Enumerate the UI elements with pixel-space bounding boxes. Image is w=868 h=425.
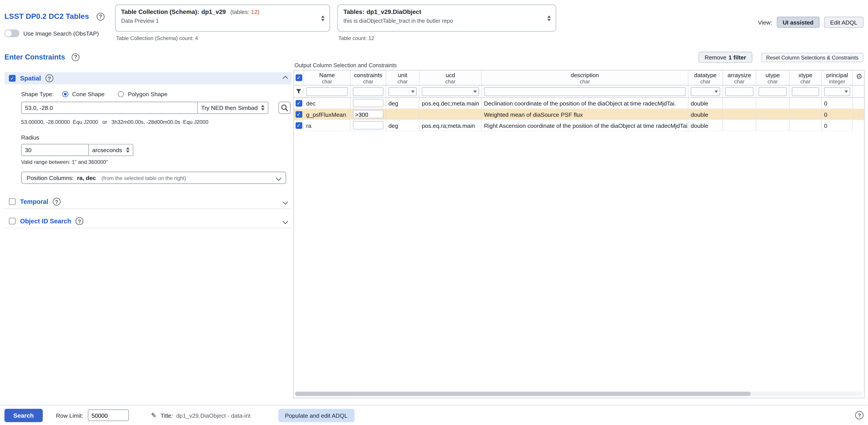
dropdown-caret-icon[interactable]	[411, 90, 414, 92]
filter-input-arraysize[interactable]	[726, 88, 753, 95]
cell-xtype	[790, 120, 822, 131]
radius-unit-select[interactable]: arcseconds	[89, 144, 133, 156]
constraint-input[interactable]	[353, 110, 383, 118]
cell-datatype: double	[688, 120, 723, 131]
help-icon[interactable]: ?	[45, 74, 53, 82]
search-button[interactable]: Search	[4, 408, 43, 422]
dropdown-caret-icon[interactable]	[844, 90, 848, 92]
row-checkbox[interactable]: ✓	[295, 122, 302, 129]
horizontal-scrollbar[interactable]	[295, 392, 863, 396]
help-icon[interactable]: ?	[855, 411, 864, 420]
search-coordinates-button[interactable]	[278, 102, 290, 114]
filter-box-description	[484, 87, 686, 96]
help-icon[interactable]: ?	[76, 217, 83, 225]
column-header-xtype[interactable]: xtypechar	[790, 70, 822, 85]
dropdown-caret-icon[interactable]	[714, 90, 718, 92]
help-icon[interactable]: ?	[97, 12, 104, 20]
expand-chevron-icon[interactable]	[282, 218, 288, 224]
temporal-checkbox[interactable]	[9, 198, 16, 205]
polygon-shape-radio[interactable]	[118, 91, 124, 97]
column-name: ucd	[420, 72, 481, 78]
filter-input-utype[interactable]	[759, 88, 786, 95]
column-name: principal	[822, 72, 852, 78]
schema-tables-prefix: (tables:	[230, 8, 250, 15]
column-header-constraints[interactable]: constraintschar	[351, 70, 386, 85]
cell-name: ra	[304, 120, 351, 131]
edit-pencil-icon[interactable]: ✎	[151, 411, 157, 419]
help-icon[interactable]: ?	[53, 198, 60, 205]
filter-box-unit	[389, 87, 417, 96]
cell-principal: 0	[822, 120, 853, 131]
view-edit-adql-button[interactable]: Edit ADQL	[824, 17, 863, 28]
populate-adql-button[interactable]: Populate and edit ADQL	[278, 408, 354, 422]
filter-input-ucd[interactable]	[422, 88, 472, 95]
column-header-arraysize[interactable]: arraysizechar	[723, 70, 756, 85]
position-columns-dropdown[interactable]: Position Columns: ra, dec (from the sele…	[21, 172, 286, 184]
filter-input-unit[interactable]	[389, 88, 409, 95]
resolver-select[interactable]: Try NED then Simbad	[198, 102, 268, 114]
enter-constraints-header: Enter Constraints ?	[4, 53, 80, 61]
constraint-input[interactable]	[353, 99, 383, 107]
scrollbar-thumb[interactable]	[295, 392, 751, 396]
column-type: char	[756, 78, 789, 85]
spatial-label: Spatial	[20, 75, 41, 81]
filter-input-constraints[interactable]	[353, 88, 383, 95]
filter-box-name	[306, 87, 348, 96]
title-value: dp1_v29.DiaObject - data-int	[176, 412, 251, 419]
resolver-value: Try NED then Simbad	[201, 104, 258, 111]
tables-dropdown[interactable]: Tables:dp1_v29.DiaObject this is diaObje…	[337, 4, 556, 32]
column-header-name[interactable]: Namechar	[304, 70, 351, 85]
view-ui-assisted-button[interactable]: UI assisted	[777, 17, 820, 28]
filter-input-description[interactable]	[485, 88, 685, 95]
select-all-cell: ✓	[294, 70, 304, 85]
filter-input-name[interactable]	[307, 88, 347, 95]
column-type: char	[351, 78, 385, 85]
table-row[interactable]: ✓radegpos.eq.ra;meta.mainRight Ascension…	[294, 120, 864, 131]
image-search-toggle-row: Use Image Search (ObsTAP)	[4, 29, 99, 37]
column-header-utype[interactable]: utypechar	[756, 70, 790, 85]
dropdown-caret-icon[interactable]	[473, 90, 477, 92]
filter-icon-cell	[294, 88, 304, 94]
collapse-chevron-icon[interactable]	[282, 76, 288, 81]
column-header-ucd[interactable]: ucdchar	[420, 70, 482, 85]
reset-columns-button[interactable]: Reset Column Selections & Constraints	[761, 53, 864, 62]
cell-utype	[756, 120, 790, 131]
help-icon[interactable]: ?	[72, 53, 80, 61]
coordinates-input[interactable]	[21, 102, 198, 114]
table-row[interactable]: ✓decdegpos.eq.dec;meta.mainDeclination c…	[294, 98, 864, 109]
row-checkbox[interactable]: ✓	[295, 111, 302, 118]
page-title[interactable]: LSST DP0.2 DC2 Tables	[4, 12, 89, 21]
table-row[interactable]: ✓g_psfFluxMeanWeighted mean of diaSource…	[294, 109, 864, 120]
select-all-checkbox[interactable]: ✓	[295, 74, 302, 81]
image-search-toggle[interactable]	[4, 29, 20, 37]
filter-input-xtype[interactable]	[792, 88, 818, 95]
output-columns-table: ✓Namecharconstraintscharunitcharucdchard…	[293, 70, 864, 398]
column-header-principal[interactable]: principalinteger	[822, 70, 853, 85]
column-header-description[interactable]: descriptionchar	[482, 70, 688, 85]
column-header-datatype[interactable]: datatypechar	[688, 70, 723, 85]
tables-line: Tables:dp1_v29.DiaObject	[343, 8, 541, 15]
schema-dropdown[interactable]: Table Collection (Schema):dp1_v29(tables…	[115, 4, 330, 32]
spatial-section-header[interactable]: ✓ Spatial ?	[4, 72, 292, 85]
constraint-input[interactable]	[353, 121, 383, 130]
output-columns-title: Output Column Selection and Constraints	[294, 62, 397, 68]
expand-chevron-icon[interactable]	[282, 199, 288, 204]
object-id-section-header[interactable]: Object ID Search ?	[4, 215, 292, 228]
temporal-section-header[interactable]: Temporal ?	[4, 195, 292, 209]
column-type: char	[790, 78, 821, 85]
cell-description: Right Ascension coordinate of the positi…	[482, 120, 688, 131]
coordinates-readout: 53.00000, -28.00000 Equ J2000 or 3h32m00…	[21, 119, 291, 125]
filter-funnel-icon[interactable]	[296, 88, 302, 94]
column-header-unit[interactable]: unitchar	[386, 70, 420, 85]
spinner-caret-icon	[547, 15, 551, 21]
cone-shape-radio[interactable]	[62, 91, 68, 97]
object-id-checkbox[interactable]	[9, 218, 16, 224]
row-limit-input[interactable]	[88, 409, 129, 421]
filter-input-datatype[interactable]	[691, 88, 713, 95]
remove-filter-button[interactable]: Remove1 filter	[699, 52, 752, 63]
radius-input[interactable]	[21, 144, 89, 156]
spatial-checkbox[interactable]: ✓	[9, 75, 16, 81]
row-checkbox[interactable]: ✓	[295, 100, 302, 106]
table-settings-gear-icon[interactable]: ⚙	[856, 73, 862, 80]
filter-input-principal[interactable]	[825, 88, 843, 95]
